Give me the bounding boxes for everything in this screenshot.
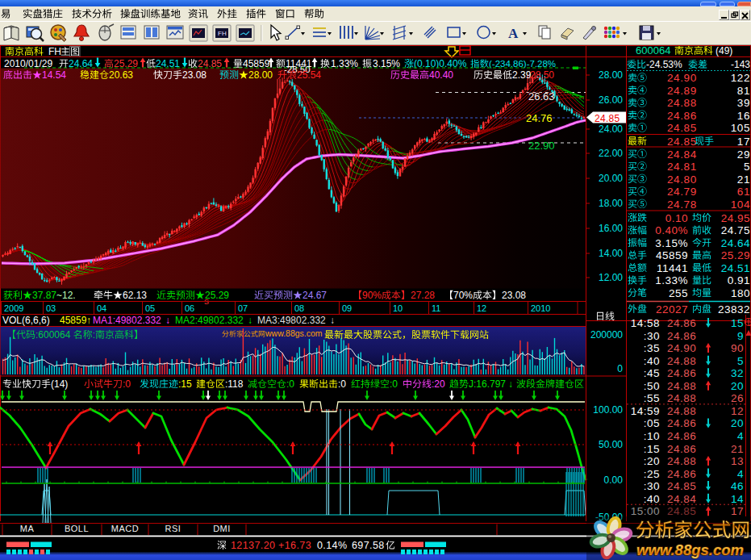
svg-text:FH: FH: [48, 46, 61, 57]
svg-text:↓: ↓: [248, 315, 252, 326]
svg-text::30: :30: [644, 480, 660, 492]
svg-text::15: :15: [644, 443, 660, 455]
svg-text:MA3:49802.332: MA3:49802.332: [257, 315, 326, 326]
svg-text:24.88: 24.88: [667, 355, 696, 367]
svg-text:15:00: 15:00: [631, 505, 660, 517]
svg-text:28.50: 28.50: [530, 69, 554, 81]
svg-text:24.90: 24.90: [667, 342, 696, 354]
svg-text:2010: 2010: [531, 303, 550, 313]
svg-text:25.54: 25.54: [297, 69, 321, 81]
svg-text:70%: 70%: [453, 290, 473, 301]
svg-text:24.81: 24.81: [667, 161, 697, 173]
svg-text::40: :40: [644, 493, 660, 505]
svg-text:24.86: 24.86: [667, 330, 696, 342]
svg-text:2.39: 2.39: [512, 69, 532, 81]
svg-text:20: 20: [731, 380, 744, 392]
svg-text:24.90: 24.90: [667, 72, 697, 84]
svg-text:25.29: 25.29: [721, 249, 750, 261]
svg-text:180: 180: [731, 287, 750, 299]
svg-text:23832: 23832: [718, 303, 750, 316]
svg-text:200000: 200000: [590, 329, 623, 341]
svg-text::118: :118: [225, 378, 244, 390]
svg-text:0.40%: 0.40%: [655, 224, 688, 236]
svg-text:14:59: 14:59: [631, 405, 660, 417]
svg-text:24.86: 24.86: [667, 430, 696, 442]
svg-text:20.63: 20.63: [109, 69, 133, 81]
svg-text:17: 17: [737, 136, 750, 148]
svg-text:↓: ↓: [330, 315, 335, 326]
svg-text::30: :30: [644, 330, 660, 342]
svg-text:24.85: 24.85: [595, 113, 620, 124]
svg-text::55: :55: [644, 392, 660, 404]
svg-text:24.79: 24.79: [667, 186, 697, 198]
svg-text::0: :0: [286, 378, 294, 390]
svg-text:+16.73: +16.73: [278, 540, 311, 551]
svg-text:(-234.86)-7.28%: (-234.86)-7.28%: [489, 59, 556, 69]
svg-text:39: 39: [737, 97, 750, 109]
svg-text:62.13: 62.13: [123, 290, 147, 301]
svg-text:MA: MA: [20, 524, 35, 533]
svg-text:05: 05: [145, 303, 155, 313]
svg-text:03: 03: [46, 303, 56, 313]
svg-text:24.86: 24.86: [667, 317, 696, 329]
svg-text:24.86: 24.86: [667, 110, 697, 122]
svg-text:9: 9: [737, 330, 744, 342]
svg-text:20: 20: [731, 417, 744, 429]
svg-text:122: 122: [731, 72, 750, 84]
svg-text:22027: 22027: [656, 303, 688, 316]
svg-text:26: 26: [731, 392, 744, 404]
svg-text::35: :35: [644, 342, 660, 354]
svg-text:24.95: 24.95: [721, 212, 750, 224]
svg-text:0.00: 0.00: [604, 474, 624, 486]
svg-text::0: :0: [123, 378, 131, 390]
svg-text:40.40: 40.40: [429, 69, 453, 81]
svg-text:14.54: 14.54: [42, 69, 66, 81]
svg-text:24.85: 24.85: [667, 136, 697, 148]
svg-text:24.85: 24.85: [667, 480, 696, 492]
svg-text:32: 32: [731, 367, 744, 379]
svg-text:MACD: MACD: [111, 524, 139, 533]
svg-text:15: 15: [731, 317, 744, 329]
svg-text:14:58: 14:58: [631, 317, 660, 329]
svg-text:45859: 45859: [60, 315, 87, 326]
svg-text:14: 14: [731, 493, 744, 505]
svg-text:104: 104: [731, 199, 750, 211]
svg-text:61: 61: [737, 186, 750, 198]
svg-text:(49): (49): [716, 45, 732, 56]
svg-text:08: 08: [294, 303, 304, 313]
svg-text:600064: 600064: [636, 44, 670, 56]
svg-text:07: 07: [238, 303, 248, 313]
svg-text::15: :15: [178, 378, 192, 390]
svg-text:28.00: 28.00: [599, 69, 623, 81]
svg-text:24.88: 24.88: [667, 97, 697, 109]
svg-text::25: :25: [644, 468, 660, 480]
svg-text:www.88gs.com: www.88gs.com: [265, 328, 323, 338]
svg-text:81: 81: [737, 85, 750, 97]
svg-text::40: :40: [644, 355, 660, 367]
svg-text:MA1:49802.332: MA1:49802.332: [93, 315, 161, 326]
svg-text:90: 90: [731, 342, 744, 354]
svg-text:22.00: 22.00: [599, 148, 623, 159]
svg-text:16: 16: [737, 110, 750, 122]
svg-text:24.86: 24.86: [667, 367, 696, 379]
svg-text:-24.53%: -24.53%: [646, 59, 682, 70]
svg-text::05: :05: [644, 417, 660, 429]
svg-text::: :: [93, 329, 95, 341]
svg-text:50.00: 50.00: [599, 439, 623, 450]
svg-text:27.28: 27.28: [411, 290, 435, 301]
svg-text:12137.20: 12137.20: [231, 540, 275, 551]
svg-text:RSI: RSI: [165, 524, 181, 533]
svg-text:DMI: DMI: [213, 524, 231, 533]
svg-text:2010/01/29: 2010/01/29: [4, 58, 52, 69]
svg-text:24.78: 24.78: [667, 199, 697, 211]
svg-text:J:16.797: J:16.797: [469, 378, 506, 390]
svg-text:14.00: 14.00: [599, 248, 623, 259]
svg-text:MA2:49802.332: MA2:49802.332: [175, 315, 244, 326]
svg-text:4: 4: [737, 430, 744, 442]
svg-text::20: :20: [644, 455, 660, 467]
svg-text:24.89: 24.89: [667, 85, 697, 97]
svg-text:18.00: 18.00: [599, 198, 623, 209]
svg-text:24.84: 24.84: [667, 148, 697, 161]
svg-text:-143: -143: [731, 59, 750, 70]
svg-text:22.90: 22.90: [528, 140, 555, 152]
